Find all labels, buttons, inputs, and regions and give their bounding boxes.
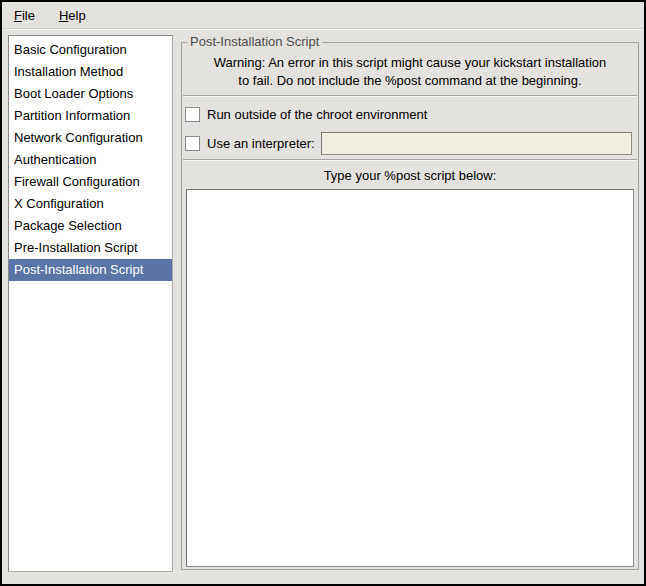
menu-help[interactable]: Help xyxy=(53,4,92,27)
kickstart-configurator-window: File Help Basic Configuration Installati… xyxy=(0,0,646,586)
warning-line-1: Warning: An error in this script might c… xyxy=(182,54,638,72)
sidebar-item-boot-loader-options[interactable]: Boot Loader Options xyxy=(9,83,172,105)
sidebar-item-installation-method[interactable]: Installation Method xyxy=(9,61,172,83)
chroot-checkbox[interactable] xyxy=(185,107,200,122)
separator xyxy=(183,95,637,97)
warning-line-2: to fail. Do not include the %post comman… xyxy=(182,72,638,90)
sidebar-item-post-installation-script[interactable]: Post-Installation Script xyxy=(9,259,172,281)
post-installation-script-frame: Post-Installation Script Warning: An err… xyxy=(181,42,639,570)
interpreter-checkbox[interactable] xyxy=(185,136,200,151)
separator xyxy=(183,159,637,161)
frame-title: Post-Installation Script xyxy=(187,34,322,49)
sidebar-item-network-configuration[interactable]: Network Configuration xyxy=(9,127,172,149)
menubar: File Help xyxy=(2,2,644,29)
warning-text: Warning: An error in this script might c… xyxy=(182,54,638,90)
category-list: Basic Configuration Installation Method … xyxy=(8,35,173,572)
interpreter-checkbox-label[interactable]: Use an interpreter: xyxy=(207,136,315,151)
sidebar-item-basic-configuration[interactable]: Basic Configuration xyxy=(9,39,172,61)
chroot-checkbox-label[interactable]: Run outside of the chroot environment xyxy=(207,107,427,122)
sidebar-item-partition-information[interactable]: Partition Information xyxy=(9,105,172,127)
sidebar-item-x-configuration[interactable]: X Configuration xyxy=(9,193,172,215)
interpreter-checkbox-row: Use an interpreter: xyxy=(185,131,632,155)
sidebar-item-package-selection[interactable]: Package Selection xyxy=(9,215,172,237)
sidebar-item-pre-installation-script[interactable]: Pre-Installation Script xyxy=(9,237,172,259)
sidebar-item-authentication[interactable]: Authentication xyxy=(9,149,172,171)
script-area-label: Type your %post script below: xyxy=(182,168,638,183)
post-script-textarea[interactable] xyxy=(186,189,634,567)
menu-file[interactable]: File xyxy=(8,4,41,27)
interpreter-input[interactable] xyxy=(321,132,632,155)
sidebar-item-firewall-configuration[interactable]: Firewall Configuration xyxy=(9,171,172,193)
chroot-checkbox-row: Run outside of the chroot environment xyxy=(185,104,632,124)
